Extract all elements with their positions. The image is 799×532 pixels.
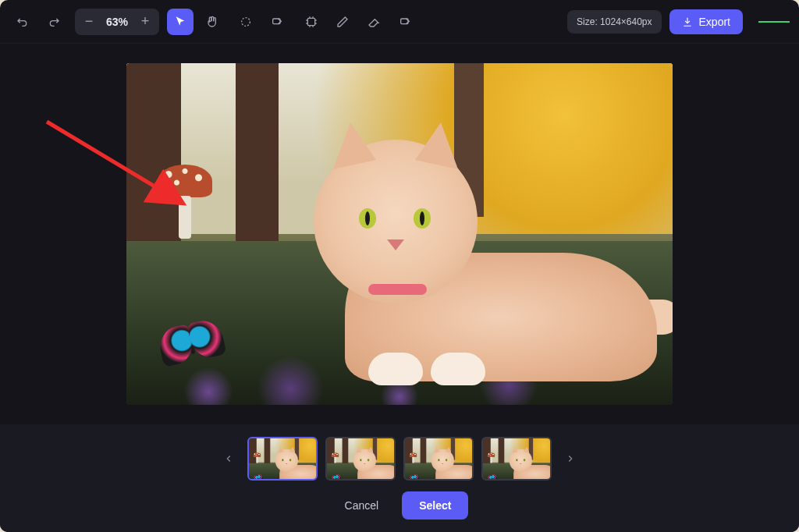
progress-indicator [758,21,790,23]
pointer-tool-button[interactable] [167,9,194,35]
hand-icon [205,16,218,28]
download-icon [682,16,693,27]
thumbnail-row [218,437,581,481]
chevron-left-icon [223,453,234,464]
transform-tool-button[interactable] [298,9,325,35]
pan-tool-button[interactable] [198,9,225,35]
next-variant-button[interactable] [559,448,581,470]
variant-thumbnail-4[interactable] [481,437,552,481]
eraser-tool-button[interactable] [360,9,387,35]
variant-picker: Cancel Select [0,424,799,532]
history-group [9,9,67,35]
undo-button[interactable] [9,9,36,35]
variant-thumbnail-3[interactable] [403,437,474,481]
undo-icon [16,16,29,28]
redo-button[interactable] [41,9,67,35]
redo-icon [48,16,60,28]
top-toolbar: − 63% + [0,0,799,44]
export-label: Export [699,16,730,28]
canvas-size-label: Size: 1024×640px [567,10,661,34]
erase-select-tool-button[interactable] [264,9,290,35]
zoom-percent-label: 63% [100,16,134,28]
main-image[interactable] [126,63,673,405]
edit-tool-group [298,9,418,35]
svg-point-0 [242,17,250,26]
circle-select-icon [240,16,252,28]
prev-variant-button[interactable] [218,448,240,470]
variant-thumbnail-2[interactable] [325,437,396,481]
transform-icon [305,16,318,28]
svg-rect-2 [307,18,314,25]
cancel-button[interactable]: Cancel [331,491,393,520]
zoom-out-button[interactable]: − [78,10,100,34]
zoom-group: − 63% + [75,9,159,35]
lasso-tool-button[interactable] [233,9,259,35]
select-tool-group [167,9,225,35]
pencil-tool-button[interactable] [329,9,356,35]
canvas-area[interactable] [0,44,799,424]
delete-tool-button[interactable] [392,9,418,35]
pointer-icon [174,16,186,28]
export-button[interactable]: Export [669,9,743,34]
eraser-icon [368,16,380,28]
delete-icon [399,16,411,28]
mask-tool-group [233,9,290,35]
action-row: Cancel Select [331,491,469,520]
select-button[interactable]: Select [402,491,468,520]
variant-thumbnail-1[interactable] [247,437,318,481]
image-editor-app: − 63% + [0,0,799,532]
chevron-right-icon [565,453,576,464]
pencil-icon [336,16,349,28]
erase-select-icon [271,16,283,28]
zoom-in-button[interactable]: + [134,10,156,34]
